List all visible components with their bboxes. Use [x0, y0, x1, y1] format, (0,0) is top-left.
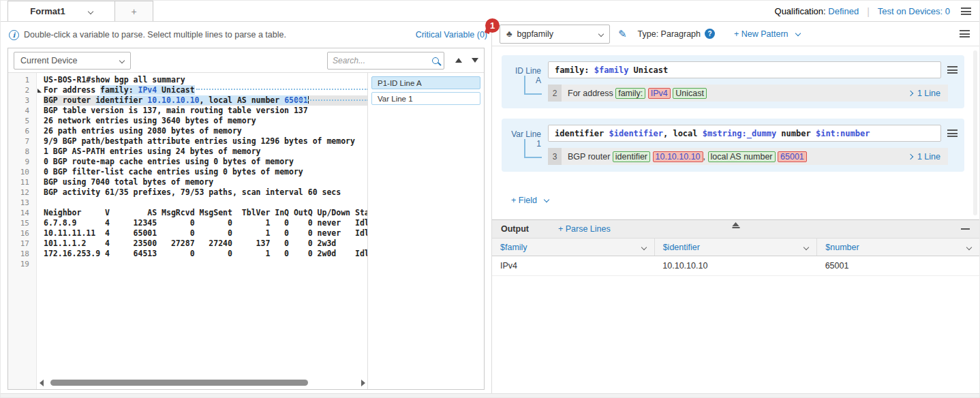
- matched-line[interactable]: 3BGP router identifier 10.10.10.10, loca…: [548, 148, 948, 165]
- fold-marker-icon[interactable]: [37, 89, 42, 93]
- menu-icon[interactable]: [947, 66, 958, 74]
- matched-line-text: BGP router identifier 10.10.10.10, local…: [562, 148, 908, 165]
- variable-select[interactable]: ♣ bgpfamily: [500, 25, 610, 44]
- code-line[interactable]: 0 BGP route-map cache entries using 0 by…: [44, 157, 367, 167]
- pattern-line-label[interactable]: P1-ID Line A: [371, 76, 480, 89]
- line-token: 65001: [778, 151, 807, 162]
- output-column-header[interactable]: $identifier: [655, 239, 818, 256]
- horizontal-scrollbar[interactable]: [40, 380, 365, 386]
- menu-icon[interactable]: [947, 129, 958, 137]
- scroll-left-icon[interactable]: [40, 380, 44, 386]
- search-next-button[interactable]: [472, 58, 478, 63]
- code-token: , local AS number: [200, 95, 285, 105]
- pattern-token: $mstring:_dummy: [703, 129, 776, 138]
- qualification-value-link[interactable]: Defined: [828, 6, 859, 16]
- pattern-token: $identifier: [609, 129, 662, 138]
- code-lines[interactable]: US-BOS-R1#show bgp all summaryFor addres…: [37, 73, 367, 389]
- code-token: identifier: [95, 95, 147, 105]
- code-area[interactable]: 12345678910111213141516171819 US-BOS-R1#…: [8, 73, 367, 389]
- main-split: i Double-click a variable to parse. Sele…: [1, 22, 979, 393]
- code-line[interactable]: US-BOS-R1#show bgp all summary: [44, 75, 367, 85]
- line-number: 6: [8, 126, 36, 136]
- critical-variable-link[interactable]: Critical Variable (0): [416, 30, 487, 40]
- add-field-button[interactable]: + Field: [511, 196, 549, 205]
- code-line[interactable]: 1 BGP AS-PATH entries using 24 bytes of …: [44, 147, 367, 157]
- add-field-label: + Field: [511, 196, 537, 205]
- line-number: 13: [8, 198, 36, 208]
- scrollbar-thumb[interactable]: [50, 380, 308, 386]
- output-cell: 65001: [817, 256, 979, 275]
- code-token: 26 network entries using 3640 bytes of m…: [44, 116, 256, 125]
- code-line[interactable]: BGP using 7040 total bytes of memory: [44, 177, 367, 187]
- line-number-badge: 2: [548, 85, 562, 102]
- chevron-down-icon[interactable]: [966, 244, 972, 249]
- collapse-panel-icon[interactable]: [732, 222, 739, 228]
- code-line[interactable]: 26 path entries using 2080 bytes of memo…: [44, 126, 367, 136]
- chevron-down-icon[interactable]: [803, 244, 809, 249]
- line-number: 14: [8, 208, 36, 218]
- tab-format1-label: Format1: [30, 6, 65, 16]
- matched-line-text: For address family: IPv4 Unicast: [562, 85, 908, 102]
- edit-icon[interactable]: ✎: [618, 28, 627, 40]
- code-token: BGP table version is 137, main routing t…: [44, 106, 308, 115]
- scroll-right-icon[interactable]: [361, 380, 365, 386]
- pattern-toolbar: ♣ bgpfamily ✎ Type: Paragraph ? + New Pa…: [492, 22, 979, 46]
- code-token: 172.16.253.9 4 64513 0 0 1 0 0 2w0d Idle: [44, 249, 367, 258]
- output-table-row[interactable]: IPv410.10.10.1065001: [492, 256, 979, 276]
- info-icon: i: [9, 30, 19, 40]
- code-line[interactable]: 10.11.11.11 4 65001 0 0 1 0 0 never Idle: [44, 228, 367, 239]
- output-column-header[interactable]: $family: [492, 239, 655, 256]
- code-token: 10.11.11.11 4 65001 0 0 1 0 0 never Idle: [44, 228, 367, 238]
- tab-format1[interactable]: Format1: [7, 1, 115, 21]
- chevron-down-icon[interactable]: [641, 244, 646, 249]
- search-icon[interactable]: [432, 57, 439, 64]
- line-token: For address: [568, 89, 615, 98]
- pattern-input[interactable]: family: $family Unicast: [548, 61, 941, 78]
- output-column-label: $number: [825, 243, 859, 252]
- code-line[interactable]: For address family: IPv4 Unicast: [44, 85, 367, 95]
- pattern-token: family:: [555, 65, 594, 75]
- code-token: BGP router: [44, 95, 95, 105]
- vertical-scrollbar[interactable]: [973, 50, 977, 215]
- chevron-down-icon[interactable]: [87, 8, 93, 14]
- qualification-label: Qualification:: [775, 6, 826, 16]
- search-previous-button[interactable]: [455, 58, 462, 63]
- pattern-input[interactable]: identifier $identifier, local $mstring:_…: [548, 125, 941, 142]
- line-number: 10: [8, 167, 36, 177]
- code-line[interactable]: [44, 198, 367, 208]
- code-line[interactable]: 9/9 BGP path/bestpath attribute entries …: [44, 136, 367, 147]
- new-pattern-button[interactable]: + New Pattern: [734, 29, 800, 39]
- line-token: identifier: [613, 151, 650, 162]
- code-line[interactable]: 172.16.253.9 4 64513 0 0 1 0 0 2w0d Idle: [44, 249, 367, 259]
- test-on-devices-link[interactable]: Test on Devices: 0: [878, 6, 950, 16]
- parse-lines-button[interactable]: + Parse Lines: [558, 224, 611, 234]
- code-line[interactable]: 101.1.1.2 4 23500 27287 27240 137 0 0 2w…: [44, 239, 367, 249]
- code-token: IPv4: [138, 85, 157, 95]
- minimize-icon[interactable]: [961, 228, 970, 230]
- device-select[interactable]: Current Device: [14, 52, 131, 70]
- code-line[interactable]: 0 BGP filter-list cache entries using 0 …: [44, 167, 367, 177]
- search-box[interactable]: [327, 52, 444, 70]
- code-line[interactable]: 6.7.8.9 4 12345 0 0 1 0 0 never Idle: [44, 218, 367, 228]
- code-line[interactable]: Neighbor V AS MsgRcvd MsgSent TblVer InQ…: [44, 208, 367, 218]
- code-line[interactable]: [44, 259, 367, 269]
- pattern-line-label[interactable]: Var Line 1: [371, 92, 480, 105]
- code-line[interactable]: BGP table version is 137, main routing t…: [44, 106, 367, 116]
- code-line[interactable]: BGP activity 61/35 prefixes, 79/53 paths…: [44, 187, 367, 198]
- add-tab-button[interactable]: +: [115, 1, 153, 21]
- expand-line-link[interactable]: 1 Line: [908, 148, 948, 165]
- matched-line[interactable]: 2For address family: IPv4 Unicast1 Line: [548, 85, 948, 102]
- help-icon[interactable]: ?: [705, 29, 715, 39]
- pattern-area: ID Line Afamily: $family Unicast2For add…: [492, 46, 979, 219]
- output-cell: IPv4: [492, 256, 654, 275]
- menu-icon[interactable]: [960, 30, 970, 37]
- output-column-header[interactable]: $number: [817, 239, 979, 256]
- line-number: 11: [8, 177, 36, 187]
- menu-icon[interactable]: [961, 7, 971, 15]
- output-title: Output: [501, 224, 529, 234]
- code-line[interactable]: 26 network entries using 3640 bytes of m…: [44, 116, 367, 126]
- output-column-label: $identifier: [663, 243, 700, 252]
- expand-line-link[interactable]: 1 Line: [908, 85, 948, 102]
- search-input[interactable]: [333, 56, 429, 65]
- test-on-devices-label: Test on Devices:: [878, 6, 943, 16]
